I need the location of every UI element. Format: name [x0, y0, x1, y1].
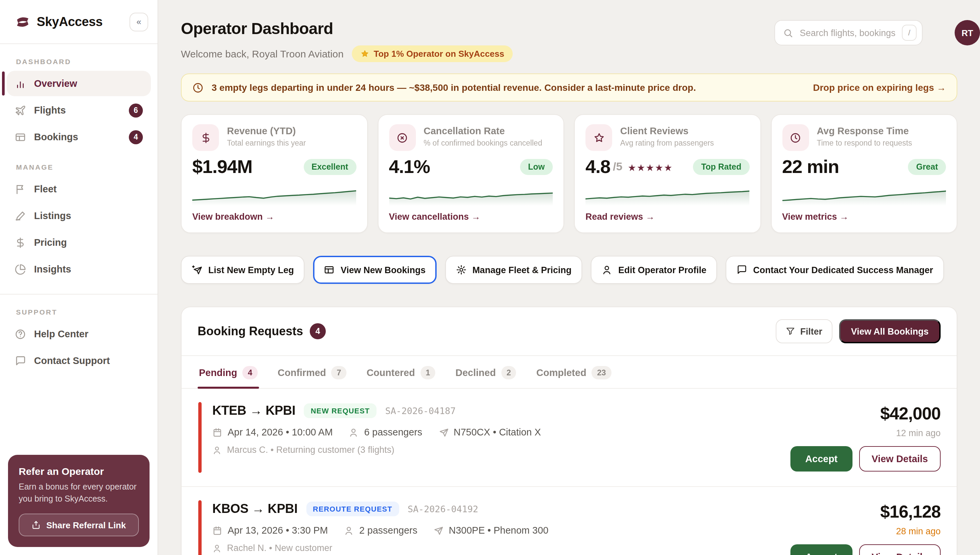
stat-subtitle: % of confirmed bookings cancelled: [424, 139, 542, 147]
sidebar-item-label: Listings: [34, 210, 71, 221]
sidebar-item-pricing[interactable]: Pricing: [7, 230, 151, 255]
skyaccess-logo-icon: [15, 14, 31, 30]
sidebar-item-label: Overview: [34, 78, 77, 89]
plane-icon: [433, 525, 443, 535]
view-details-button[interactable]: View Details: [859, 446, 941, 472]
sidebar-nav: DASHBOARD Overview Flights 6 Bookings: [0, 58, 157, 373]
sidebar-item-insights[interactable]: Insights: [7, 257, 151, 282]
tab-label: Confirmed: [278, 367, 326, 378]
referral-card: Refer an Operator Earn a bonus for every…: [8, 455, 149, 547]
sidebar-logo-row: SkyAccess «: [0, 0, 157, 44]
sidebar-item-label: Bookings: [34, 132, 78, 142]
sidebar-item-label: Help Center: [34, 329, 88, 339]
tab-label: Completed: [536, 367, 586, 378]
stat-title: Cancellation Rate: [424, 125, 542, 136]
sidebar-item-help-center[interactable]: Help Center: [7, 321, 151, 346]
stat-value: 22 min: [782, 157, 839, 176]
booking-request-row: KBOS → KPBI REROUTE REQUEST SA-2026-0419…: [182, 487, 957, 555]
sidebar-item-contact-support[interactable]: Contact Support: [7, 348, 151, 373]
brand-name: SkyAccess: [37, 14, 102, 29]
share-referral-link-button[interactable]: Share Referral Link: [19, 513, 139, 536]
view-cancellations-link[interactable]: View cancellations →: [389, 212, 553, 222]
customer-info: Marcus C. • Returning customer (3 flight…: [227, 445, 394, 455]
stat-subtitle: Time to respond to requests: [817, 139, 912, 147]
price: $42,000: [880, 403, 941, 424]
stat-value: 4.8: [586, 157, 610, 176]
top-operator-badge-label: Top 1% Operator on SkyAccess: [374, 48, 504, 58]
tab-countered[interactable]: Countered 1: [365, 356, 437, 388]
sidebar-item-listings[interactable]: Listings: [7, 203, 151, 228]
view-details-button[interactable]: View Details: [859, 544, 941, 555]
clock-icon: [192, 82, 203, 93]
empty-legs-alert-banner: 3 empty legs departing in under 24 hours…: [181, 74, 957, 101]
filter-button[interactable]: Filter: [775, 319, 832, 343]
view-metrics-link[interactable]: View metrics →: [782, 212, 946, 222]
calendar-icon: [212, 427, 222, 437]
sidebar-divider: [0, 294, 157, 295]
chat-bubble-icon: [15, 355, 26, 366]
cancellation-card: Cancellation Rate % of confirmed booking…: [378, 114, 564, 233]
pen-icon: [15, 210, 26, 221]
sidebar-item-label: Fleet: [34, 184, 57, 194]
action-label: List New Empty Leg: [208, 265, 294, 275]
tab-label: Pending: [199, 367, 237, 378]
plane-icon: [15, 104, 26, 116]
sidebar-item-flights[interactable]: Flights 6: [7, 98, 151, 123]
user-icon: [602, 265, 612, 275]
view-new-bookings-button[interactable]: View New Bookings: [314, 256, 437, 284]
avatar[interactable]: RT: [954, 20, 980, 45]
drop-price-link[interactable]: Drop price on expiring legs →: [813, 82, 946, 93]
contact-success-manager-button[interactable]: Contact Your Dedicated Success Manager: [725, 256, 944, 284]
funnel-icon: [785, 327, 795, 336]
welcome-text: Welcome back, Royal Troon Aviation: [181, 48, 344, 59]
accept-button[interactable]: Accept: [791, 544, 852, 555]
sidebar-item-label: Insights: [34, 264, 71, 274]
booking-requests-section: Booking Requests 4 Filter View All Booki…: [181, 306, 957, 555]
time-ago: 28 min ago: [896, 526, 941, 536]
tab-label: Countered: [367, 367, 415, 378]
status-badge: Top Rated: [693, 159, 749, 175]
revenue-card: Revenue (YTD) Total earnings this year $…: [181, 114, 367, 233]
read-reviews-link[interactable]: Read reviews →: [586, 212, 749, 222]
brand: SkyAccess: [15, 14, 102, 30]
stat-title: Revenue (YTD): [227, 125, 306, 136]
reviews-card: Client Reviews Avg rating from passenger…: [574, 114, 761, 233]
list-new-empty-leg-button[interactable]: List New Empty Leg: [181, 256, 305, 284]
tab-completed[interactable]: Completed 23: [535, 356, 613, 388]
accept-button[interactable]: Accept: [791, 446, 852, 472]
time-ago: 12 min ago: [896, 428, 941, 438]
sidebar-item-label: Flights: [34, 105, 66, 115]
referral-title: Refer an Operator: [19, 465, 139, 477]
stat-value: 4.1%: [389, 157, 430, 176]
stat-title: Client Reviews: [620, 125, 714, 136]
user-icon: [349, 427, 359, 437]
stat-value-suffix: /5: [613, 160, 622, 174]
user-icon: [212, 445, 222, 454]
search-icon: [783, 28, 793, 38]
star-icon: [360, 49, 369, 58]
view-breakdown-link[interactable]: View breakdown →: [192, 212, 356, 222]
share-icon: [32, 520, 41, 529]
calendar-icon: [212, 525, 222, 535]
reviews-sparkline: [586, 182, 749, 206]
customer-info: Rachel N. • New customer: [227, 543, 333, 553]
welcome-row: Welcome back, Royal Troon Aviation Top 1…: [181, 45, 957, 61]
edit-operator-profile-button[interactable]: Edit Operator Profile: [591, 256, 717, 284]
search-input[interactable]: [798, 27, 897, 38]
sidebar-item-overview[interactable]: Overview: [7, 71, 151, 96]
sidebar-item-fleet[interactable]: Fleet: [7, 176, 151, 202]
price: $16,128: [880, 502, 941, 522]
tab-declined[interactable]: Declined 2: [454, 356, 518, 388]
plane-plus-icon: [192, 265, 202, 275]
tab-pending[interactable]: Pending 4: [198, 356, 259, 388]
sidebar-collapse-button[interactable]: «: [130, 12, 148, 31]
bar-chart-icon: [15, 78, 26, 89]
aircraft: N750CX • Citation X: [454, 427, 541, 438]
sidebar-item-bookings[interactable]: Bookings 4: [7, 124, 151, 149]
departure-datetime: Apr 13, 2026 • 3:30 PM: [227, 525, 328, 536]
manage-fleet-pricing-button[interactable]: Manage Fleet & Pricing: [445, 256, 582, 284]
tab-confirmed[interactable]: Confirmed 7: [276, 356, 348, 388]
tab-count: 7: [331, 366, 346, 379]
plane-icon: [438, 427, 448, 437]
view-all-bookings-button[interactable]: View All Bookings: [839, 319, 941, 343]
